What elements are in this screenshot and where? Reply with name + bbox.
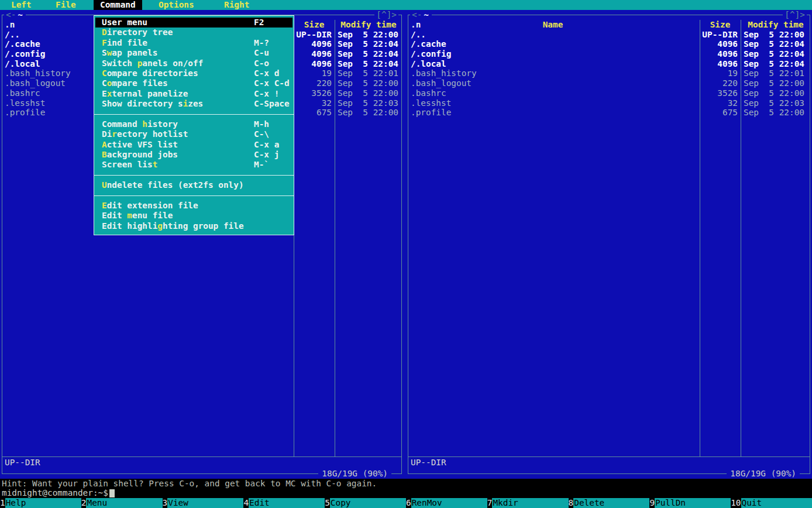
file-size: 32 [700,98,741,108]
menu-item-find-file[interactable]: Find fileM-? [95,38,293,48]
menu-item-active-vfs-list[interactable]: Active VFS listC-x a [95,140,293,150]
menu-shortcut: C-x ! [254,89,279,99]
column-divider [700,20,700,456]
command-line[interactable]: midnight@commander:~$ [2,488,115,498]
right-mini-status: UP--DIR [411,458,446,468]
column-header-mtime[interactable]: Modify time [335,20,402,30]
file-row[interactable]: .profile675Sep 5 22:00 [406,108,812,118]
file-row[interactable]: /.cache4096Sep 5 22:04 [406,39,812,49]
menu-item-label: Edit highlighting group file [102,221,244,231]
menu-item-directory-tree[interactable]: Directory tree [95,28,293,37]
file-row[interactable]: /..UP--DIRSep 5 22:00 [406,30,812,40]
fkey-number: 5 [325,498,330,508]
fkey-number: 3 [163,498,168,508]
file-mtime: Sep 5 22:03 [335,98,404,108]
menu-shortcut: M-h [254,119,269,129]
column-header-size[interactable]: Size [700,20,741,30]
file-row[interactable]: .bashrc3526Sep 5 22:00 [406,88,812,98]
menu-item-show-directory-sizes[interactable]: Show directory sizesC-Space [95,99,293,109]
fkey-number: 8 [569,498,574,508]
fkey-2-menu[interactable]: 2Menu [81,498,163,508]
hotkey-letter: B [102,150,107,159]
menu-item-label: Undelete files (ext2fs only) [102,180,244,190]
menu-item-label: Edit extension file [102,201,198,210]
hotkey-letter: A [102,140,107,149]
fkey-3-view[interactable]: 3View [163,498,244,508]
menu-shortcut: F2 [254,18,264,28]
file-size: 32 [294,98,335,108]
menubar-item-left[interactable]: Left [5,0,38,10]
fkey-9-pulldn[interactable]: 9PullDn [649,498,731,508]
fkey-1-help[interactable]: 1Help [0,498,81,508]
right-panel-top-border: <- ~ [^]> [408,10,810,20]
menu-item-user-menu[interactable]: User menuF2 [95,18,293,28]
menu-item-label: Screen list [102,160,157,169]
menubar-item-right[interactable]: Right [218,0,256,10]
menu-item-compare-directories[interactable]: Compare directoriesC-x d [95,68,293,78]
menu-item-command-history[interactable]: Command historyM-h [95,119,293,129]
left-panel-path[interactable]: ~ [18,10,26,20]
frame-line [2,473,318,474]
menu-item-screen-list[interactable]: Screen listM-` [95,160,293,170]
fkey-8-delete[interactable]: 8Delete [569,498,650,508]
hotkey-letter: U [102,180,107,190]
file-row[interactable]: .lesshst32Sep 5 22:03 [406,98,812,108]
menu-item-directory-hotlist[interactable]: Directory hotlistC-\ [95,129,293,139]
file-mtime: Sep 5 22:00 [335,78,404,88]
file-name: .bash_logout [406,78,700,88]
hotkey-letter: o [107,78,112,88]
menu-item-edit-extension-file[interactable]: Edit extension file [95,201,293,211]
hotkey-letter: h [142,119,147,129]
fkey-6-renmov[interactable]: 6RenMov [406,498,487,508]
panel-frame-left [2,15,2,474]
up-directory-icon[interactable]: [^]> [783,10,807,20]
history-back-icon[interactable]: <- [4,10,18,20]
column-header-size[interactable]: Size [294,20,335,30]
file-row[interactable]: .bash_logout220Sep 5 22:00 [406,78,812,88]
menu-item-external-panelize[interactable]: External panelizeC-x ! [95,89,293,99]
file-size: 4096 [294,39,335,49]
fkey-label: View [167,498,243,508]
file-row[interactable]: /.config4096Sep 5 22:04 [406,49,812,59]
menu-item-swap-panels[interactable]: Swap panelsC-u [95,48,293,58]
fkey-5-copy[interactable]: 5Copy [325,498,406,508]
menu-item-switch-panels-on-off[interactable]: Switch panels on/offC-o [95,59,293,68]
menu-item-label: Edit menu file [102,211,173,220]
history-back-icon[interactable]: <- [410,10,424,20]
fkey-label: Mkdir [492,498,568,508]
file-name: /.local [406,59,700,69]
left-mini-status: UP--DIR [5,458,40,468]
hotkey-letter: m [127,211,132,220]
menubar-item-options[interactable]: Options [152,0,201,10]
hotkey-letter: i [183,99,188,108]
file-name: /.config [406,49,700,59]
fkey-7-mkdir[interactable]: 7Mkdir [487,498,569,508]
menu-bar: LeftFileCommandOptionsRight [0,0,812,10]
file-row[interactable]: .bash_history19Sep 5 22:01 [406,68,812,78]
menu-item-background-jobs[interactable]: Background jobsC-x j [95,150,293,160]
menu-item-compare-files[interactable]: Compare filesC-x C-d [95,78,293,88]
column-header-mtime[interactable]: Modify time [741,20,811,30]
file-size: 675 [700,108,741,118]
menu-item-label: Command history [102,119,178,129]
menu-item-edit-menu-file[interactable]: Edit menu file [95,211,293,221]
fkey-10-quit[interactable]: 10Quit [731,498,812,508]
column-header-name[interactable]: Name [406,20,700,30]
hotkey-letter: C [102,68,107,78]
menu-item-edit-highlighting-group-file[interactable]: Edit highlighting group file [95,221,293,231]
menubar-item-file[interactable]: File [49,0,82,10]
fkey-number: 1 [0,498,5,508]
sort-indicator: .n [5,20,15,30]
menu-item-undelete-files-ext2fs-only[interactable]: Undelete files (ext2fs only) [95,180,293,190]
file-size: 19 [294,68,335,78]
file-row[interactable]: /.local4096Sep 5 22:04 [406,59,812,69]
up-directory-icon[interactable]: [^]> [374,10,398,20]
file-name: .lesshst [406,98,700,108]
shell-prompt: midnight@commander:~$ [2,488,108,497]
right-panel-path[interactable]: ~ [424,10,432,20]
menubar-item-command[interactable]: Command [94,0,142,10]
file-mtime: Sep 5 22:04 [335,49,404,59]
file-name: .profile [406,108,700,118]
fkey-4-edit[interactable]: 4Edit [243,498,325,508]
fkey-label: RenMov [411,498,487,508]
